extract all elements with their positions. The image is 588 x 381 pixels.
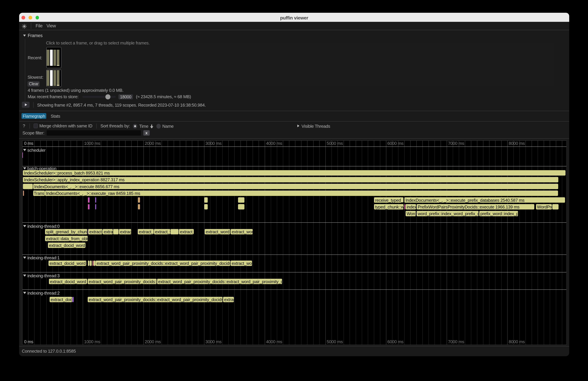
svg-text:IndexDocuments<_, _>::execute: IndexDocuments<_, _>::execute 8656.677 m…	[34, 184, 119, 189]
svg-text:Trans: Trans	[34, 191, 44, 196]
svg-text:6000 ms: 6000 ms	[387, 339, 403, 344]
svg-text:0 ms: 0 ms	[24, 141, 33, 146]
svg-text:IndexScheduler>::apply_index_o: IndexScheduler>::apply_index_operation 8…	[24, 178, 124, 182]
svg-text:split_grenad_by_chunks: split_grenad_by_chunks	[46, 230, 91, 234]
svg-text:5000 ms: 5000 ms	[327, 141, 343, 146]
svg-text:IndexDocuments<_, _>::execute_: IndexDocuments<_, _>::execute_prefix_dat…	[405, 198, 524, 203]
svg-text:PrefixWordPairsProximityDocids: PrefixWordPairsProximityDocids::execute …	[418, 205, 519, 210]
svg-text:1000 ms: 1000 ms	[84, 339, 100, 344]
svg-text:4000 ms: 4000 ms	[266, 339, 282, 344]
svg-text:IndexScheduler>::process_batch: IndexScheduler>::process_batch 8953.821 …	[24, 171, 110, 176]
svg-text:indexing-thread:3: indexing-thread:3	[27, 274, 59, 278]
svg-text:0 ms: 0 ms	[24, 339, 33, 344]
svg-text:3000 ms: 3000 ms	[205, 339, 222, 344]
svg-text:7000 ms: 7000 ms	[448, 141, 464, 146]
svg-text:indexing-thread:1: indexing-thread:1	[27, 255, 59, 260]
svg-text:scheduler: scheduler	[27, 148, 45, 153]
svg-text:7000 ms: 7000 ms	[448, 339, 464, 344]
svg-text:indexing-thread:2: indexing-thread:2	[27, 291, 59, 296]
svg-text:IndexDocuments<_, _>::execute_: IndexDocuments<_, _>::execute_raw 8459.1…	[46, 191, 140, 196]
svg-text:3000 ms: 3000 ms	[205, 141, 222, 146]
svg-text:1000 ms: 1000 ms	[84, 141, 100, 146]
svg-text:8000 ms: 8000 ms	[508, 141, 525, 146]
svg-text:8000 ms: 8000 ms	[508, 339, 525, 344]
svg-text:4000 ms: 4000 ms	[266, 141, 282, 146]
svg-text:2000 ms: 2000 ms	[145, 339, 161, 344]
svg-text:5000 ms: 5000 ms	[327, 339, 343, 344]
svg-text:2000 ms: 2000 ms	[145, 141, 161, 146]
svg-text:indexing-thread:0: indexing-thread:0	[27, 224, 59, 229]
svg-text:extract_word_pair_proximity_do: extract_word_pair_proximity_docids::ext	[89, 279, 163, 284]
svg-text:6000 ms: 6000 ms	[387, 141, 403, 146]
